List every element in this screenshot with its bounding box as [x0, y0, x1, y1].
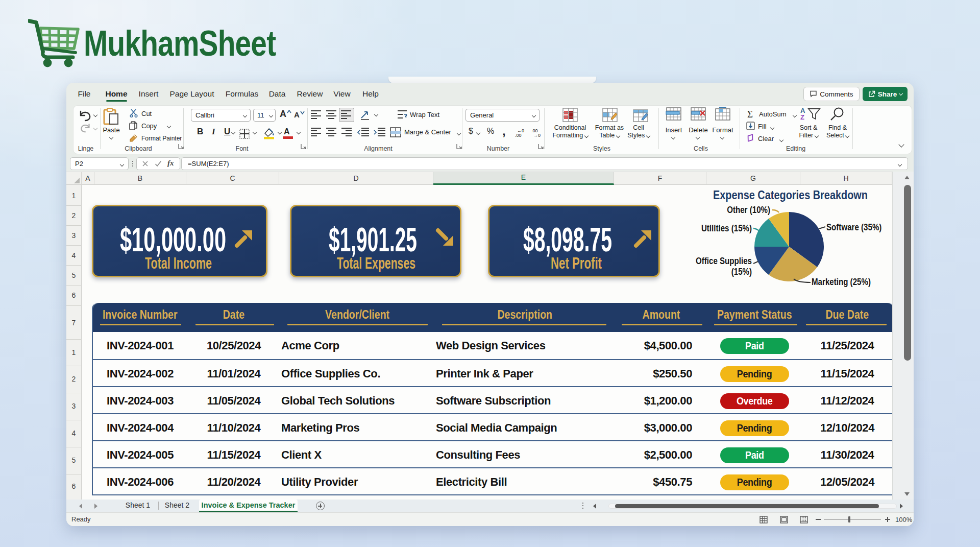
- svg-text:Total Expenses: Total Expenses: [337, 254, 415, 272]
- svg-text:→0: →0: [533, 133, 541, 137]
- svg-text:$1,901.25: $1,901.25: [329, 220, 417, 258]
- svg-text:.00: .00: [515, 133, 522, 137]
- svg-text:$10,000.00: $10,000.00: [120, 220, 226, 258]
- svg-text:Expense Categories Breakdown: Expense Categories Breakdown: [713, 188, 868, 202]
- svg-text:Total Income: Total Income: [145, 254, 212, 272]
- svg-text:$8,098.75: $8,098.75: [523, 220, 612, 258]
- svg-text:Net Profit: Net Profit: [551, 254, 602, 272]
